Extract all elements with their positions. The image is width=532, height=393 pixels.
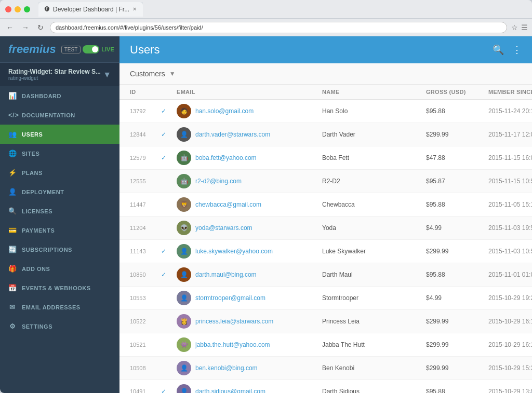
search-icon[interactable]: 🔍 [493, 44, 504, 56]
email-link[interactable]: darth.vader@starwars.com [195, 131, 270, 138]
email-link[interactable]: darth.sidious@gmail.com [195, 388, 265, 393]
sidebar-item-deployment[interactable]: 👤 DEPLOYMENT [0, 182, 119, 201]
cell-date: 2015-10-29 16:13:47 [488, 341, 532, 348]
sidebar-item-sites[interactable]: 🌐 SITES [0, 144, 119, 163]
cell-name: Darth Vader [322, 131, 426, 138]
more-options-icon[interactable]: ⋮ [512, 44, 522, 56]
minimize-button[interactable] [15, 6, 21, 12]
cell-date: 2015-11-03 10:54:52 [488, 248, 532, 255]
sidebar-item-plans-label: PLANS [22, 170, 43, 176]
sidebar-item-addons[interactable]: 🎁 ADD ONS [0, 259, 119, 278]
cell-name: Luke Skywalker [322, 248, 426, 255]
table-row[interactable]: 10850 ✓ 👤 darth.maul@bing.com Darth Maul… [119, 263, 532, 287]
nav-forward-button[interactable]: → [20, 22, 31, 33]
email-link[interactable]: jabba.the.hutt@yahoo.com [195, 341, 270, 348]
cell-name: Chewbacca [322, 201, 426, 208]
nav-refresh-button[interactable]: ↻ [35, 22, 46, 33]
cell-name: Stormtrooper [322, 294, 426, 302]
cell-date: 2015-11-15 16:00:41 [488, 154, 532, 161]
table-row[interactable]: 12844 ✓ 👤 darth.vader@starwars.com Darth… [119, 123, 532, 146]
sidebar-item-dashboard[interactable]: 📊 DASHBOARD [0, 86, 119, 105]
sidebar-item-sites-label: SITES [22, 151, 39, 157]
tab-close-icon[interactable]: ✕ [132, 6, 137, 12]
sidebar: freemius TEST LIVE Rating-Widget: Star R… [0, 36, 119, 393]
sidebar-item-subscriptions[interactable]: 🔄 SUBSCRIPTIONS [0, 240, 119, 259]
sidebar-plugin[interactable]: Rating-Widget: Star Review S... rating-w… [0, 63, 119, 86]
cell-id: 10521 [130, 342, 161, 348]
tab-title: Developer Dashboard | Fr... [53, 6, 129, 13]
live-toggle[interactable] [83, 45, 99, 53]
email-link[interactable]: han.solo@gmail.com [195, 107, 254, 115]
sidebar-item-plans[interactable]: ⚡ PLANS [0, 163, 119, 182]
sidebar-item-addons-label: ADD ONS [22, 266, 50, 272]
addons-icon: 🎁 [8, 265, 17, 273]
table-row[interactable]: 11143 ✓ 👤 luke.skywalker@yahoo.com Luke … [119, 240, 532, 263]
plugin-slug: rating-widget [8, 75, 101, 81]
cell-name: Han Solo [322, 107, 426, 115]
table-row[interactable]: 10508 👤 ben.kenobi@bing.com Ben Kenobi $… [119, 357, 532, 380]
cell-gross: $47.88 [426, 154, 488, 161]
table-row[interactable]: 11204 👽 yoda@starwars.com Yoda $4.99 201… [119, 216, 532, 240]
cell-email-col: 👤 ben.kenobi@bing.com [177, 361, 322, 375]
sidebar-item-email[interactable]: ✉ EMAIL ADDRESSES [0, 297, 119, 317]
nav-back-button[interactable]: ← [4, 22, 16, 33]
table-row[interactable]: 10553 👤 stormtrooper@gmail.com Stormtroo… [119, 287, 532, 310]
filter-bar: Customers ▼ [119, 63, 532, 85]
email-link[interactable]: darth.maul@bing.com [195, 271, 257, 278]
sidebar-item-settings[interactable]: ⚙ SETTINGS [0, 317, 119, 336]
cell-id: 11447 [130, 201, 161, 208]
address-bar[interactable]: dashboard.freemius.com/#/live/plugins/56… [50, 22, 507, 33]
email-link[interactable]: stormtrooper@gmail.com [195, 294, 265, 302]
cell-email-col: 🧑 han.solo@gmail.com [177, 104, 322, 118]
avatar: 🤖 [177, 174, 191, 188]
cell-check: ✓ [161, 131, 177, 138]
bookmark-icon[interactable]: ☆ [511, 23, 518, 32]
cell-id: 11143 [130, 248, 161, 254]
email-link[interactable]: chewbacca@gmail.com [195, 201, 261, 208]
cell-id: 12579 [130, 155, 161, 161]
email-link[interactable]: yoda@starwars.com [195, 224, 252, 232]
header-actions: 🔍 ⋮ [493, 44, 522, 56]
plugin-dropdown-icon: ▼ [103, 70, 111, 79]
sidebar-item-documentation[interactable]: </> DOCUMENTATION [0, 105, 119, 125]
cell-gross: $95.88 [426, 107, 488, 115]
subscriptions-icon: 🔄 [8, 246, 17, 253]
cell-gross: $95.88 [426, 388, 488, 393]
table-row[interactable]: 10522 👸 princess.leia@starwars.com Princ… [119, 310, 532, 333]
tab-bar: 🅕 Developer Dashboard | Fr... ✕ [38, 2, 143, 17]
table-row[interactable]: 12555 🤖 r2-d2@bing.com R2-D2 $95.87 2015… [119, 170, 532, 193]
email-link[interactable]: ben.kenobi@bing.com [195, 364, 258, 372]
cell-date: 2015-11-24 20:13:52 [488, 107, 532, 115]
content-area: Customers ▼ ID Email Name Gross (USD) Me… [119, 63, 532, 393]
sidebar-item-events[interactable]: 📅 EVENTS & WEBHOOKS [0, 278, 119, 297]
app-wrapper: freemius TEST LIVE Rating-Widget: Star R… [0, 36, 532, 393]
email-link[interactable]: r2-d2@bing.com [195, 178, 242, 185]
menu-icon[interactable]: ☰ [521, 23, 528, 32]
cell-check: ✓ [161, 271, 177, 278]
cell-name: Darth Sidious [322, 388, 426, 393]
sidebar-item-users[interactable]: 👥 USERS [0, 125, 119, 144]
sidebar-item-licenses-label: LICENSES [22, 208, 52, 214]
email-link[interactable]: boba.fett@yahoo.com [195, 154, 257, 161]
email-link[interactable]: luke.skywalker@yahoo.com [195, 248, 273, 255]
close-button[interactable] [5, 6, 11, 12]
test-label[interactable]: TEST [61, 46, 81, 53]
table-row[interactable]: 11447 🦁 chewbacca@gmail.com Chewbacca $9… [119, 193, 532, 216]
table-row[interactable]: 10521 👾 jabba.the.hutt@yahoo.com Jabba T… [119, 333, 532, 357]
email-link[interactable]: princess.leia@starwars.com [195, 318, 273, 325]
sidebar-item-payments[interactable]: 💳 PAYMENTS [0, 221, 119, 240]
browser-tab[interactable]: 🅕 Developer Dashboard | Fr... ✕ [38, 2, 143, 17]
cell-email-col: 👸 princess.leia@starwars.com [177, 314, 322, 329]
cell-email-col: 👤 stormtrooper@gmail.com [177, 291, 322, 305]
table-row[interactable]: 12579 ✓ 🤖 boba.fett@yahoo.com Boba Fett … [119, 146, 532, 170]
settings-icon: ⚙ [8, 322, 17, 330]
cell-date: 2015-10-29 16:16:11 [488, 318, 532, 325]
table-row[interactable]: 13792 ✓ 🧑 han.solo@gmail.com Han Solo $9… [119, 100, 532, 123]
filter-dropdown-icon[interactable]: ▼ [169, 70, 176, 77]
maximize-button[interactable] [24, 6, 30, 12]
avatar: 🤖 [177, 151, 191, 165]
sidebar-item-licenses[interactable]: 🔍 LICENSES [0, 201, 119, 221]
cell-name: Yoda [322, 224, 426, 232]
table-header: ID Email Name Gross (USD) Member Since [119, 85, 532, 100]
table-row[interactable]: 10491 ✓ 👤 darth.sidious@gmail.com Darth … [119, 380, 532, 393]
